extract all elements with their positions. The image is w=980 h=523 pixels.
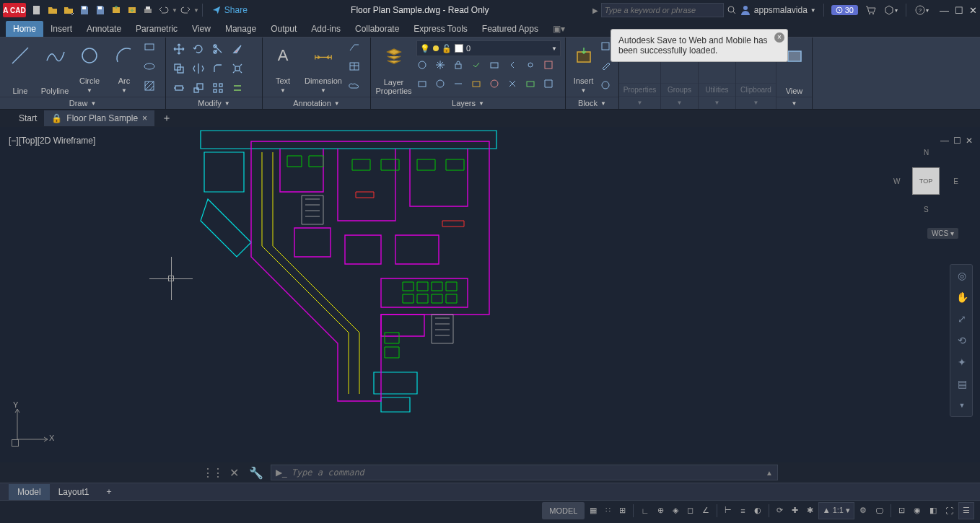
nav-showmotion-icon[interactable]: ✦: [950, 351, 974, 373]
ribbon-tab-addins[interactable]: Add-ins: [304, 21, 348, 37]
autodesk-app-icon[interactable]: ▾: [883, 2, 898, 18]
viewcube-top-face[interactable]: TOP: [912, 167, 940, 195]
nav-pan-icon[interactable]: ✋: [950, 286, 974, 308]
status-ws-icon[interactable]: ⚙: [856, 502, 870, 519]
status-infer-icon[interactable]: ⊞: [616, 502, 629, 519]
status-polar-icon[interactable]: ⊕: [654, 502, 668, 519]
drawing-canvas[interactable]: [−][Top][2D Wireframe] — ☐ ✕: [0, 127, 980, 462]
erase-icon[interactable]: [229, 40, 246, 58]
status-grid-icon[interactable]: ▦: [586, 502, 600, 519]
layer-off-icon[interactable]: [416, 59, 432, 75]
mirror-icon[interactable]: [190, 60, 207, 77]
status-iso-icon[interactable]: ◈: [669, 502, 682, 519]
status-customize-button[interactable]: ☰: [958, 502, 974, 519]
layer-tool-4-icon[interactable]: [471, 78, 486, 94]
layer-states-icon[interactable]: [543, 59, 559, 75]
status-annoscale-button[interactable]: ▲ 1:1 ▾: [818, 502, 854, 519]
layer-tool-7-icon[interactable]: [525, 78, 541, 94]
file-tab-close-button[interactable]: ×: [142, 113, 147, 123]
array-icon[interactable]: [209, 79, 227, 97]
ribbon-tab-parametric[interactable]: Parametric: [128, 21, 185, 37]
panel-draw-title[interactable]: Draw▼: [0, 97, 165, 109]
dimension-button[interactable]: Dimension▼: [302, 40, 345, 97]
layer-properties-button[interactable]: Layer Properties: [375, 40, 412, 97]
maximize-button[interactable]: ☐: [955, 5, 963, 16]
ribbon-tab-featured[interactable]: Featured Apps: [475, 21, 546, 37]
status-otrack-icon[interactable]: ⊢: [721, 502, 735, 519]
save-icon[interactable]: [76, 2, 92, 18]
copy-icon[interactable]: [170, 60, 188, 77]
status-3dosnap-icon[interactable]: ∠: [699, 502, 713, 519]
leader-icon[interactable]: [348, 40, 365, 58]
scale-icon[interactable]: [190, 79, 207, 97]
open-web-icon[interactable]: [124, 2, 140, 18]
commandline-customize-icon[interactable]: 🔧: [246, 466, 266, 480]
ribbon-tab-annotate[interactable]: Annotate: [79, 21, 128, 37]
fillet-icon[interactable]: [209, 60, 227, 77]
insert-button[interactable]: Insert▼: [570, 40, 597, 97]
toast-close-button[interactable]: ×: [774, 32, 784, 43]
status-isolate-icon[interactable]: ◧: [926, 502, 940, 519]
trim-icon[interactable]: [209, 40, 227, 58]
undo-icon[interactable]: [156, 2, 172, 18]
polyline-button[interactable]: Polyline: [39, 40, 71, 97]
table-icon[interactable]: [348, 60, 365, 77]
help-icon[interactable]: ?▾: [914, 2, 929, 18]
ribbon-tab-view[interactable]: View: [185, 21, 218, 37]
panel-block-title[interactable]: Block▼: [566, 97, 618, 109]
commandline-handle-icon[interactable]: ⋮⋮: [202, 466, 222, 480]
layer-selector[interactable]: 💡 🔓 0 ▼: [416, 40, 561, 56]
layer-tool-8-icon[interactable]: [543, 78, 559, 94]
viewport-minimize-button[interactable]: —: [940, 136, 949, 146]
status-qp-icon[interactable]: ✱: [803, 502, 817, 519]
layer-lock-button-icon[interactable]: [452, 59, 468, 75]
nav-wheel-icon[interactable]: ◎: [950, 265, 974, 286]
line-button[interactable]: Line: [4, 40, 36, 97]
new-layout-button[interactable]: ＋: [97, 483, 121, 501]
rotate-icon[interactable]: [190, 40, 207, 58]
layout-tab-model[interactable]: Model: [9, 484, 50, 500]
new-icon[interactable]: [29, 2, 45, 18]
wcs-label[interactable]: WCS ▾: [927, 228, 958, 239]
layout-tab-layout1[interactable]: Layout1: [50, 484, 98, 500]
open-dropdown-icon[interactable]: [61, 2, 76, 18]
block-attr-icon[interactable]: [600, 79, 614, 97]
new-file-tab-button[interactable]: ＋: [154, 109, 179, 128]
command-input-wrapper[interactable]: ▶_ ▲: [271, 465, 778, 480]
status-osnap-icon[interactable]: ◻: [683, 502, 697, 519]
cart-icon[interactable]: [862, 2, 878, 18]
panel-annotation-title[interactable]: Annotation▼: [263, 97, 370, 109]
undo-dropdown[interactable]: ▼: [172, 7, 178, 14]
layer-tool-3-icon[interactable]: [452, 78, 468, 94]
ribbon-tab-more[interactable]: ▣▾: [546, 21, 560, 37]
share-button[interactable]: Share: [211, 5, 248, 15]
layer-tool-2-icon[interactable]: [434, 78, 450, 94]
nav-expand-icon[interactable]: ▼: [950, 395, 974, 416]
nav-more-icon[interactable]: ▤: [950, 373, 974, 395]
cloud-icon[interactable]: [348, 79, 365, 97]
ribbon-tab-output[interactable]: Output: [263, 21, 304, 37]
user-account-button[interactable]: appsmalavida ▼: [740, 4, 816, 16]
status-annomonitor-icon[interactable]: ✚: [788, 502, 802, 519]
trial-days-badge[interactable]: 30: [831, 5, 858, 15]
status-monitor-icon[interactable]: 🖵: [872, 502, 887, 519]
text-button[interactable]: AText▼: [267, 40, 299, 97]
redo-dropdown[interactable]: ▼: [193, 7, 199, 14]
command-history-button[interactable]: ▲: [766, 469, 773, 477]
status-snap-icon[interactable]: ∷: [602, 502, 614, 519]
hatch-icon[interactable]: [143, 79, 160, 97]
status-lineweight-icon[interactable]: ≡: [737, 502, 748, 519]
save-web-icon[interactable]: [108, 2, 124, 18]
stretch-icon[interactable]: [170, 79, 188, 97]
panel-layers-title[interactable]: Layers▼: [371, 97, 565, 109]
file-tab-start[interactable]: Start: [12, 110, 44, 126]
viewport-maximize-button[interactable]: ☐: [953, 136, 961, 146]
commandline-close-icon[interactable]: ✕: [227, 466, 242, 480]
plot-icon[interactable]: [140, 2, 156, 18]
status-clean-icon[interactable]: ⛶: [942, 502, 957, 519]
saveas-icon[interactable]: [92, 2, 108, 18]
close-button[interactable]: ✕: [969, 5, 977, 16]
open-icon[interactable]: [45, 2, 61, 18]
status-units-icon[interactable]: ⊡: [895, 502, 909, 519]
search-icon[interactable]: [724, 2, 740, 18]
